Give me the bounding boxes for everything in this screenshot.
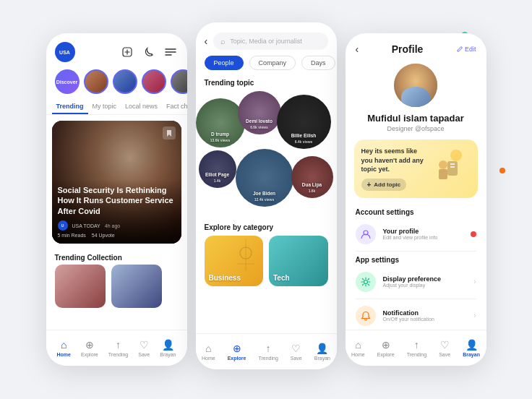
nav-profile[interactable]: 👤 Brayan	[160, 339, 176, 357]
add-topic-label: Add topic	[374, 181, 400, 188]
setting-your-profile[interactable]: Your profile Edit and view profile info	[346, 219, 486, 249]
search-bar[interactable]: ⌕ Topic, Media or journalist	[213, 33, 327, 50]
nav2-save[interactable]: ♡ Save	[291, 343, 302, 361]
phone-news-feed: USA	[46, 33, 187, 366]
filter-people[interactable]: People	[205, 56, 244, 70]
profile-handle: Designer @ofspace	[387, 125, 444, 132]
profile-setting-name: Your profile	[383, 228, 463, 235]
story-4[interactable]	[171, 69, 187, 94]
nav3-save[interactable]: ♡ Save	[439, 339, 450, 357]
nav3-home-icon: ⌂	[355, 339, 361, 351]
phone2-header: ‹ ⌕ Topic, Media or journalist	[196, 22, 337, 56]
nav3-explore[interactable]: ⊕ Explore	[377, 339, 395, 357]
setting-display[interactable]: Display preference Adjust your display ›	[346, 267, 486, 297]
header-icons	[119, 44, 179, 60]
nav-explore[interactable]: ⊕ Explore	[81, 339, 98, 357]
phone3-header: ‹ Profile Edit	[346, 33, 486, 61]
bubble-billie[interactable]: Billie Eilish6.4k views	[277, 95, 331, 149]
profile-setting-desc: Edit and view profile info	[383, 235, 463, 240]
nav3-profile[interactable]: 👤 Brayan	[463, 339, 480, 357]
nav2-save-icon: ♡	[291, 343, 301, 354]
nav-home[interactable]: ⌂ Home	[57, 339, 71, 357]
topic-card-message: Hey its seems like you haven't add any t…	[361, 147, 429, 174]
profile-setting-icon-wrap	[356, 224, 376, 244]
phone-trending: ‹ ⌕ Topic, Media or journalist People Co…	[196, 22, 337, 369]
account-settings-title: Account settings	[346, 205, 486, 219]
add-topic-button[interactable]: + Add topic	[361, 179, 407, 191]
nav2-trending-label: Trending	[258, 356, 278, 361]
hero-source: USA TODAY	[72, 223, 100, 228]
nav-save[interactable]: ♡ Save	[138, 339, 150, 357]
story-1[interactable]	[84, 69, 108, 94]
bubble-dtrump-label: D trump13.6k views	[209, 132, 232, 143]
bottom-nav-2: ⌂ Home ⊕ Explore ↑ Trending ♡ Save 👤 Bra…	[196, 333, 337, 369]
nav-trending-label: Trending	[108, 352, 128, 357]
story-2[interactable]	[113, 69, 137, 94]
trending-bubbles: D trump13.6k views Demi lovato6.6k views…	[196, 91, 337, 218]
filter-days[interactable]: Days	[301, 56, 335, 70]
app-settings-title: App settings	[346, 253, 486, 267]
usa-today-logo: USA	[55, 42, 75, 62]
edit-button[interactable]: Edit	[456, 46, 476, 53]
nav3-save-label: Save	[439, 352, 450, 357]
explore-business[interactable]: Business	[205, 236, 264, 286]
back-button-3[interactable]: ‹	[356, 43, 359, 55]
explore-category-label: Explore by category	[196, 218, 337, 236]
display-chevron-icon: ›	[473, 278, 476, 286]
story-3[interactable]	[142, 69, 166, 94]
bubble-elliot[interactable]: Elliot Page1.4k	[199, 150, 236, 188]
phones-container: USA	[46, 30, 486, 369]
filter-company[interactable]: Company	[249, 56, 296, 70]
topic-card-text: Hey its seems like you haven't add any t…	[361, 147, 429, 191]
decoration-dot-orange	[499, 168, 505, 173]
search-placeholder: Topic, Media or journalist	[230, 38, 302, 45]
nav2-home-label: Home	[202, 356, 215, 361]
save-icon: ♡	[140, 339, 149, 351]
setting-notification[interactable]: Notification On/Off your notification ›	[346, 301, 486, 331]
nav2-explore[interactable]: ⊕ Explore	[228, 343, 246, 361]
notification-setting-desc: On/Off your notification	[383, 317, 467, 322]
bubble-dualipa-label: Dua Lipa1.6k	[301, 182, 323, 194]
hero-article[interactable]: Social Security Is Rethinking How It Run…	[52, 121, 181, 244]
avatar-section: Mufidul islam tapadar Designer @ofspace	[346, 61, 486, 140]
nav3-home[interactable]: ⌂ Home	[351, 339, 365, 357]
add-icon[interactable]	[119, 44, 135, 60]
nav-trending[interactable]: ↑ Trending	[108, 339, 128, 357]
hero-time: 4h ago	[105, 223, 120, 228]
bubble-joebiden[interactable]: Joe Biden12.4k views	[236, 149, 293, 207]
tab-my-topic[interactable]: My topic	[88, 100, 121, 114]
bookmark-icon[interactable]	[163, 126, 176, 140]
tab-trending[interactable]: Trending	[52, 100, 88, 114]
notification-setting-icon-wrap	[356, 306, 376, 326]
display-setting-icon-wrap	[356, 272, 376, 292]
explore-business-label: Business	[209, 274, 241, 282]
thumbnail-2[interactable]	[111, 265, 162, 308]
back-button[interactable]: ‹	[205, 35, 208, 47]
bubble-dtrump[interactable]: D trump13.6k views	[196, 98, 245, 147]
tab-fact-check[interactable]: Fact check	[162, 100, 186, 114]
bubble-billie-label: Billie Eilish6.4k views	[290, 133, 318, 145]
moon-icon[interactable]	[141, 44, 157, 60]
nav3-trending[interactable]: ↑ Trending	[407, 339, 426, 357]
bubble-demi[interactable]: Demi lovato6.6k views	[238, 91, 281, 134]
hero-title: Social Security Is Rethinking How It Run…	[58, 185, 176, 216]
notification-setting-name: Notification	[383, 309, 467, 317]
menu-icon[interactable]	[163, 44, 179, 60]
nav3-explore-icon: ⊕	[382, 339, 390, 351]
bubble-demi-label: Demi lovato6.6k views	[244, 119, 274, 130]
tab-local-news[interactable]: Local news	[121, 100, 162, 114]
bubble-dualipa[interactable]: Dua Lipa1.6k	[291, 156, 333, 198]
profile-setting-text: Your profile Edit and view profile info	[383, 228, 463, 240]
hero-reads: 5 min Reads	[58, 233, 86, 238]
thumbnail-1[interactable]	[55, 265, 106, 308]
nav2-profile[interactable]: 👤 Brayan	[314, 343, 330, 361]
nav2-home[interactable]: ⌂ Home	[202, 343, 215, 361]
divider-2	[356, 299, 476, 299]
discover-story[interactable]: Discover	[55, 69, 80, 94]
bubble-joebiden-label: Joe Biden12.4k views	[252, 191, 277, 202]
nav2-trending[interactable]: ↑ Trending	[258, 343, 278, 361]
explore-icon: ⊕	[85, 339, 94, 351]
nav2-explore-icon: ⊕	[233, 343, 241, 354]
explore-tech[interactable]: Tech	[269, 236, 328, 286]
display-setting-name: Display preference	[383, 275, 467, 283]
